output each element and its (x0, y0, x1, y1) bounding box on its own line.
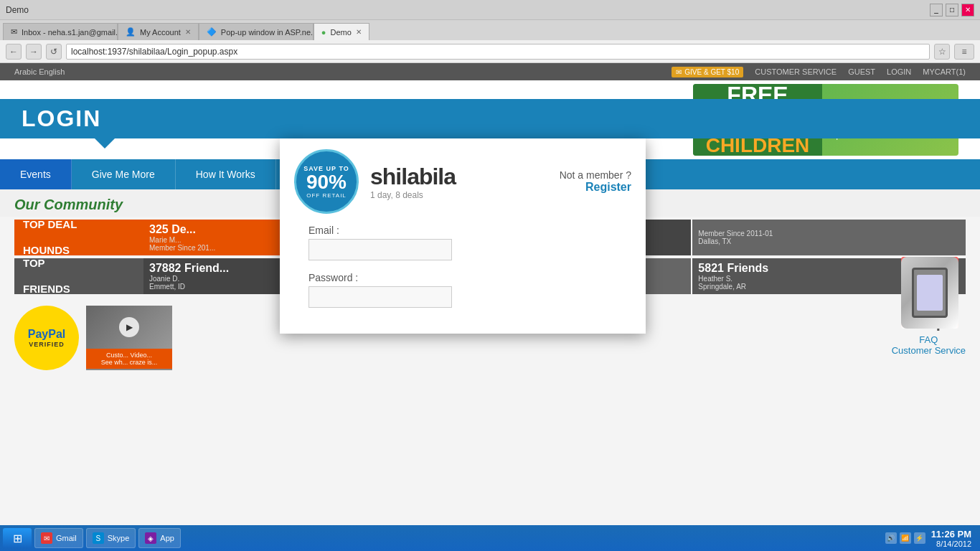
tab-gmail[interactable]: ✉ Inbox - neha.s1.jan@gmail... ✕ (3, 23, 118, 40)
maximize-button[interactable]: □ (946, 4, 958, 17)
power-icon[interactable]: ⚡ (914, 532, 925, 544)
system-clock: 11:26 PM 8/14/2012 (931, 529, 971, 548)
email-input[interactable] (308, 239, 452, 260)
popup-arrow (93, 137, 116, 149)
tabs-bar: ✉ Inbox - neha.s1.jan@gmail... ✕ 👤 My Ac… (0, 20, 980, 40)
start-icon: ⊞ (13, 532, 22, 545)
tab-popup-favicon: 🔷 (207, 27, 217, 37)
app-icon: ◈ (145, 532, 156, 544)
taskbar-right: 🔊 📶 ⚡ 11:26 PM 8/14/2012 (885, 529, 977, 548)
clock-time: 11:26 PM (931, 529, 971, 540)
title-bar: Demo _ □ ✕ (0, 0, 980, 20)
taskbar: ⊞ ✉ Gmail S Skype ◈ App 🔊 📶 ⚡ 11:26 PM 8… (0, 525, 980, 551)
not-member-text: Not a member ? (560, 169, 631, 181)
email-group: Email : (308, 225, 617, 260)
address-bar: ← → ↺ ☆ ≡ (0, 40, 980, 63)
network-icon[interactable]: 📶 (900, 532, 911, 544)
tab-demo[interactable]: ● Demo ✕ (314, 23, 369, 40)
register-link[interactable]: Register (560, 181, 631, 194)
reload-button[interactable]: ↺ (46, 44, 62, 60)
login-form: Email : Password : (280, 225, 646, 308)
tab-myaccount-label: My Account (140, 28, 181, 37)
window-controls: _ □ ✕ (930, 4, 974, 17)
bookmark-button[interactable]: ☆ (934, 44, 950, 60)
skype-icon: S (93, 532, 104, 544)
tab-demo-close[interactable]: ✕ (356, 28, 362, 36)
taskbar-item-gmail[interactable]: ✉ Gmail (34, 528, 83, 548)
taskbar-app-label: App (160, 534, 174, 542)
tab-myaccount[interactable]: 👤 My Account ✕ (118, 23, 199, 40)
tab-myaccount-favicon: 👤 (126, 27, 136, 37)
menu-button[interactable]: ≡ (954, 44, 974, 60)
minimize-button[interactable]: _ (930, 4, 943, 17)
browser-chrome: Demo _ □ ✕ ✉ Inbox - neha.s1.jan@gmail..… (0, 0, 980, 63)
clock-date: 8/14/2012 (931, 540, 971, 548)
login-popup-box: SAVE UP TO 90% OFF RETAIL shilabila 1 da… (280, 138, 646, 334)
password-label: Password : (308, 272, 617, 283)
system-icons: 🔊 📶 ⚡ (885, 532, 925, 544)
brand-tagline: 1 day, 8 deals (370, 190, 456, 200)
volume-icon[interactable]: 🔊 (885, 532, 897, 544)
start-button[interactable]: ⊞ (3, 528, 32, 548)
tab-demo-label: Demo (331, 28, 352, 37)
tab-gmail-label: Inbox - neha.s1.jan@gmail... (22, 28, 118, 37)
forward-button[interactable]: → (26, 44, 42, 60)
save-off-label: OFF RETAIL (306, 192, 347, 199)
taskbar-gmail-label: Gmail (56, 534, 77, 542)
login-popup-overlay: LOGIN SAVE UP TO 90% OFF RETAIL shilabil… (0, 63, 980, 551)
popup-top: SAVE UP TO 90% OFF RETAIL shilabila 1 da… (280, 138, 646, 225)
taskbar-item-skype[interactable]: S Skype (86, 528, 136, 548)
browser-title: Demo (6, 5, 29, 15)
page-content: Arabic English ✉ GIVE & GET $10 CUSTOMER… (0, 63, 980, 551)
close-button[interactable]: ✕ (961, 4, 974, 17)
email-label: Email : (308, 225, 617, 236)
brand-light: shila (370, 164, 419, 189)
password-group: Password : (308, 272, 617, 308)
login-title: LOGIN (22, 105, 101, 132)
back-button[interactable]: ← (6, 44, 22, 60)
brand-section: shilabila 1 day, 8 deals (370, 164, 456, 200)
tab-myaccount-close[interactable]: ✕ (185, 28, 191, 36)
taskbar-skype-label: Skype (108, 534, 130, 542)
gmail-icon: ✉ (41, 532, 52, 544)
member-section: Not a member ? Register (560, 169, 631, 194)
url-input[interactable] (66, 44, 930, 60)
tab-gmail-favicon: ✉ (11, 27, 17, 37)
brand-dark: bila (419, 164, 456, 189)
taskbar-item-app[interactable]: ◈ App (138, 528, 181, 548)
save-circle: SAVE UP TO 90% OFF RETAIL (294, 149, 359, 214)
brand-logo: shilabila (370, 164, 456, 190)
login-popup-header: LOGIN (0, 99, 980, 138)
tab-popup-label: Pop-up window in ASP.ne... (221, 28, 314, 37)
tab-demo-favicon: ● (321, 28, 326, 37)
password-input[interactable] (308, 286, 452, 308)
save-percent: 90% (306, 172, 347, 192)
tab-popup[interactable]: 🔷 Pop-up window in ASP.ne... ✕ (199, 23, 314, 40)
